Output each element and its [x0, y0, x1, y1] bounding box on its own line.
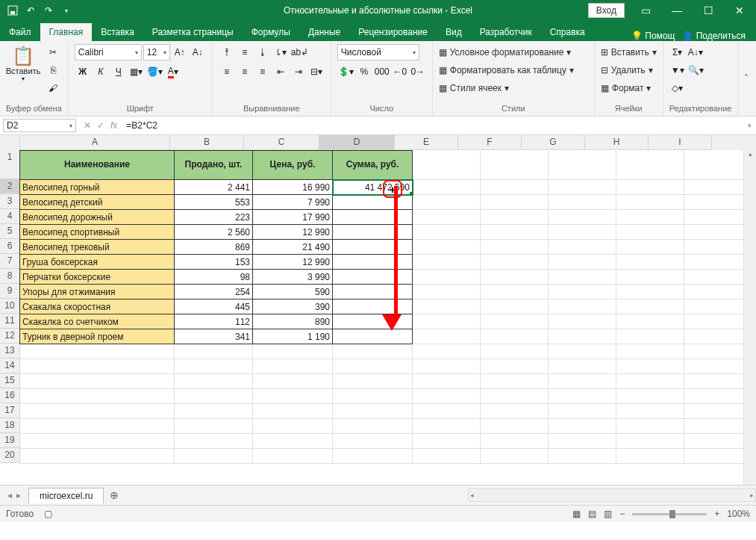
cell-H12[interactable] [616, 329, 684, 344]
copy-icon[interactable]: ⎘ [45, 62, 61, 78]
col-header-D[interactable]: D [319, 135, 395, 150]
cell-A6[interactable]: Велосипед трековый [20, 240, 175, 255]
cell-E7[interactable] [413, 255, 481, 270]
cell-A15[interactable] [20, 374, 175, 389]
cell-B19[interactable] [175, 434, 253, 449]
cell-G6[interactable] [549, 240, 616, 255]
cell-B20[interactable] [175, 449, 253, 464]
cell-H17[interactable] [616, 404, 684, 419]
orientation-icon[interactable]: ⤹▾ [272, 44, 289, 60]
cell-E20[interactable] [413, 449, 481, 464]
italic-button[interactable]: К [93, 63, 109, 80]
cell-B8[interactable]: 98 [175, 270, 253, 285]
cell-C11[interactable]: 890 [253, 314, 333, 329]
collapse-ribbon-icon[interactable]: ˄ [738, 41, 755, 116]
cell-G13[interactable] [549, 344, 616, 359]
cell-G1[interactable] [549, 151, 616, 180]
fill-handle[interactable] [410, 192, 413, 195]
cell-H5[interactable] [616, 225, 684, 240]
cell-H11[interactable] [616, 314, 684, 329]
row-header-20[interactable]: 20 [0, 448, 20, 463]
cell-E3[interactable] [413, 195, 481, 210]
cell-F19[interactable] [481, 434, 549, 449]
zoom-level[interactable]: 100% [727, 509, 750, 519]
cell-A13[interactable] [20, 344, 175, 359]
cell-D5[interactable] [333, 225, 413, 240]
row-header-9[interactable]: 9 [0, 284, 20, 299]
cell-H3[interactable] [616, 195, 684, 210]
row-header-14[interactable]: 14 [0, 359, 20, 373]
format-cells-button[interactable]: ▦ Формат ▾ [601, 80, 657, 96]
cell-I4[interactable] [684, 210, 752, 225]
maximize-icon[interactable]: ☐ [698, 4, 719, 16]
cell-I13[interactable] [684, 344, 752, 359]
increase-font-icon[interactable]: A↑ [172, 44, 188, 60]
zoom-slider[interactable] [632, 513, 707, 515]
cell-G10[interactable] [549, 300, 616, 314]
row-header-16[interactable]: 16 [0, 388, 20, 403]
cell-I1[interactable] [684, 151, 752, 180]
cell-F9[interactable] [481, 285, 549, 300]
cell-D12[interactable] [333, 329, 413, 344]
cell-F14[interactable] [481, 359, 549, 374]
cell-F1[interactable] [481, 151, 549, 180]
bold-button[interactable]: Ж [75, 63, 91, 80]
cell-F17[interactable] [481, 404, 549, 419]
cell-D1[interactable]: Сумма, руб. [333, 151, 413, 180]
cell-I8[interactable] [684, 270, 752, 285]
cell-G20[interactable] [549, 449, 616, 464]
cell-G16[interactable] [549, 389, 616, 404]
tab-view[interactable]: Вид [437, 23, 471, 41]
cell-C7[interactable]: 12 990 [253, 255, 333, 270]
cell-H20[interactable] [616, 449, 684, 464]
cell-B16[interactable] [175, 389, 253, 404]
cell-C18[interactable] [253, 419, 333, 434]
increase-indent-icon[interactable]: ⇥ [290, 63, 307, 80]
expand-formula-icon[interactable]: ▾ [743, 122, 756, 129]
cell-I12[interactable] [684, 329, 752, 344]
col-header-G[interactable]: G [522, 135, 585, 150]
macro-record-icon[interactable]: ▢ [44, 509, 52, 519]
cell-C2[interactable]: 16 990 [253, 180, 333, 195]
font-name-combo[interactable]: Calibri▾ [75, 44, 142, 60]
cell-I15[interactable] [684, 374, 752, 389]
cell-D3[interactable] [333, 195, 413, 210]
col-header-B[interactable]: B [170, 135, 244, 150]
cell-F20[interactable] [481, 449, 549, 464]
cell-H7[interactable] [616, 255, 684, 270]
col-header-I[interactable]: I [649, 135, 712, 150]
row-header-15[interactable]: 15 [0, 373, 20, 388]
format-as-table-button[interactable]: ▦ Форматировать как таблицу ▾ [439, 62, 588, 78]
cell-G15[interactable] [549, 374, 616, 389]
cell-I10[interactable] [684, 300, 752, 314]
cell-G3[interactable] [549, 195, 616, 210]
cell-C13[interactable] [253, 344, 333, 359]
cell-C3[interactable]: 7 990 [253, 195, 333, 210]
cell-G19[interactable] [549, 434, 616, 449]
number-format-combo[interactable]: Числовой▾ [337, 44, 419, 60]
cell-I5[interactable] [684, 225, 752, 240]
cell-A1[interactable]: Наименование [20, 151, 175, 180]
cell-A17[interactable] [20, 404, 175, 419]
tab-formulas[interactable]: Формулы [243, 23, 299, 41]
cell-D13[interactable] [333, 344, 413, 359]
row-header-5[interactable]: 5 [0, 224, 20, 239]
underline-button[interactable]: Ч [110, 63, 127, 80]
col-header-A[interactable]: A [20, 135, 170, 150]
cell-I17[interactable] [684, 404, 752, 419]
cell-A2[interactable]: Велосипед горный [20, 180, 175, 195]
cell-A5[interactable]: Велосипед спортивный [20, 225, 175, 240]
cell-I9[interactable] [684, 285, 752, 300]
cell-I19[interactable] [684, 434, 752, 449]
align-right-icon[interactable]: ≡ [254, 63, 271, 80]
cell-C4[interactable]: 17 990 [253, 210, 333, 225]
row-header-11[interactable]: 11 [0, 314, 20, 329]
cell-G5[interactable] [549, 225, 616, 240]
cell-B4[interactable]: 223 [175, 210, 253, 225]
cell-E4[interactable] [413, 210, 481, 225]
login-button[interactable]: Вход [588, 3, 625, 18]
tab-home[interactable]: Главная [40, 23, 93, 41]
row-header-7[interactable]: 7 [0, 254, 20, 269]
row-header-1[interactable]: 1 [0, 150, 20, 179]
cell-B11[interactable]: 112 [175, 314, 253, 329]
